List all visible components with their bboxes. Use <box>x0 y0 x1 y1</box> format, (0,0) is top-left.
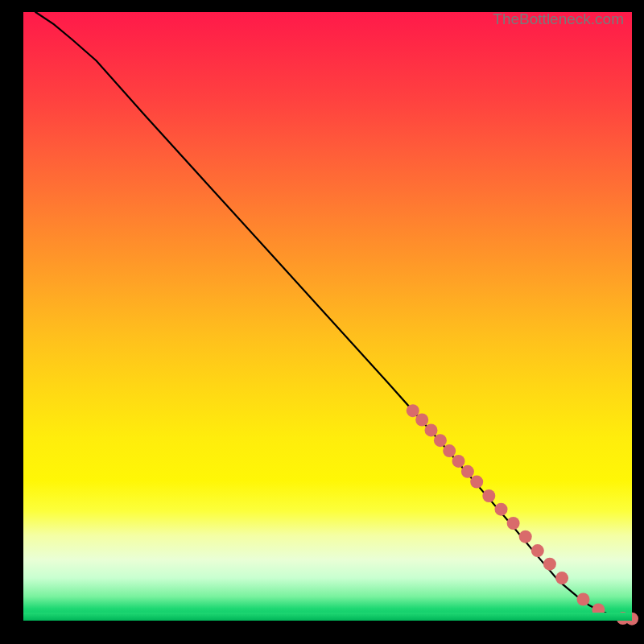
plot-area: TheBottleneck.com <box>23 12 632 621</box>
highlighted-dot <box>507 517 520 530</box>
highlighted-dot <box>495 503 508 516</box>
highlighted-dot <box>592 603 605 616</box>
highlighted-dot <box>452 455 465 468</box>
highlighted-dot <box>555 572 568 584</box>
highlighted-dot <box>531 544 544 557</box>
highlighted-dot <box>625 613 638 625</box>
highlighted-dot <box>482 489 495 502</box>
highlighted-dot <box>415 414 428 427</box>
highlighted-dot <box>443 444 456 457</box>
highlighted-dot <box>543 558 556 571</box>
highlighted-dot <box>434 434 447 447</box>
highlighted-dot <box>577 593 590 606</box>
highlighted-dots-group <box>407 404 638 625</box>
chart-svg <box>23 12 632 621</box>
highlighted-dot <box>407 404 419 417</box>
highlighted-dot <box>425 423 438 436</box>
highlighted-dot <box>519 530 532 543</box>
highlighted-dot <box>470 476 483 489</box>
highlighted-dot <box>461 465 474 478</box>
chart-stage: TheBottleneck.com <box>0 0 644 644</box>
bottleneck-curve-path <box>35 12 632 620</box>
